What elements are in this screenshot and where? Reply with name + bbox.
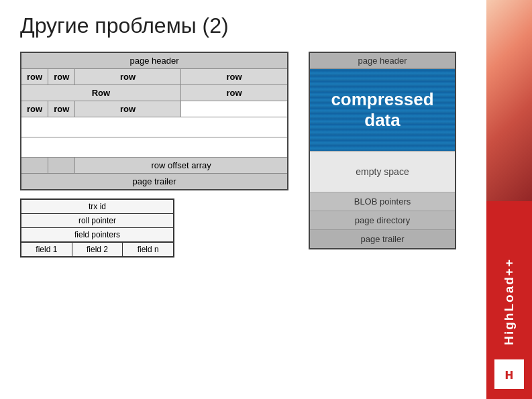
sidebar-decoration [486, 0, 532, 201]
field1-cell: field 1 [21, 243, 72, 256]
row-cell: Row [21, 85, 180, 101]
empty-space-cell [21, 117, 288, 137]
offset-small1 [21, 158, 48, 174]
right-diagram: page header compresseddata empty space B… [309, 52, 456, 249]
row-cell: row [48, 69, 75, 85]
row-cell: row [75, 101, 181, 117]
highload-brand-text: HighLoad++ [502, 258, 517, 345]
sidebar-image [486, 0, 532, 201]
row-cell: row [180, 85, 288, 101]
highload-logo-text: н [504, 365, 513, 383]
row-cell [180, 101, 288, 117]
offset-array-label: row offset array [75, 158, 288, 174]
diagrams-row: page header row row row row Row row row … [20, 52, 466, 258]
row-cell: row [21, 69, 48, 85]
fields-row: field 1 field 2 field n [21, 242, 173, 256]
left-diagram: page header row row row row Row row row … [20, 52, 288, 258]
roll-pointer-row: roll pointer [21, 214, 173, 228]
page-layout-table: page header row row row row Row row row … [20, 52, 288, 190]
field2-cell: field 2 [72, 243, 123, 256]
offset-small2 [48, 158, 75, 174]
right-page-header: page header [310, 53, 455, 69]
row-cell: row [48, 101, 75, 117]
page-title: Другие проблемы (2) [20, 13, 466, 38]
empty-space-section: empty space [310, 151, 455, 192]
blob-pointers-section: BLOB pointers [310, 192, 455, 211]
fieldn-cell: field n [123, 243, 173, 256]
sidebar: HighLoad++ н [486, 0, 532, 399]
row-cell: row [180, 69, 288, 85]
sidebar-brand-area: HighLoad++ н [486, 201, 532, 399]
highload-logo: н [494, 359, 524, 389]
row-cell: row [21, 101, 48, 117]
right-page-layout: page header compresseddata empty space B… [309, 52, 456, 249]
row-cell: row [75, 69, 181, 85]
right-page-trailer: page trailer [310, 230, 455, 248]
compressed-data-section: compresseddata [310, 69, 455, 151]
compressed-data-label: compresseddata [323, 89, 441, 131]
empty-space-cell2 [21, 137, 288, 158]
page-header-label: page header [21, 52, 288, 69]
page-directory-section: page directory [310, 211, 455, 230]
row-structure: trx id roll pointer field pointers field… [20, 198, 174, 258]
main-content: Другие проблемы (2) page header row row … [0, 0, 486, 399]
field-pointers-row: field pointers [21, 228, 173, 242]
page-trailer-label: page trailer [21, 174, 288, 190]
trx-id-row: trx id [21, 200, 173, 214]
